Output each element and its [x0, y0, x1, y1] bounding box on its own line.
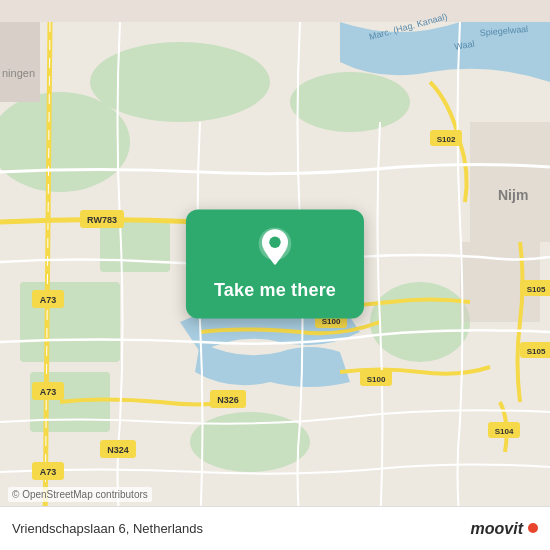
location-pin-icon: [253, 228, 297, 272]
svg-text:S100: S100: [367, 375, 386, 384]
moovit-logo: moovit: [471, 520, 538, 538]
svg-text:ningen: ningen: [2, 67, 35, 79]
svg-text:A73: A73: [40, 295, 57, 305]
svg-text:S102: S102: [437, 135, 456, 144]
svg-text:S104: S104: [495, 427, 514, 436]
moovit-logo-dot: [528, 523, 538, 533]
svg-rect-7: [100, 222, 170, 272]
take-me-there-button[interactable]: Take me there: [186, 210, 364, 319]
svg-text:S105: S105: [527, 347, 546, 356]
svg-text:RW783: RW783: [87, 215, 117, 225]
svg-text:A73: A73: [40, 387, 57, 397]
svg-text:N326: N326: [217, 395, 239, 405]
map-container: A73 A73 A73 RW783 N326 N324 S100 S100 S1…: [0, 0, 550, 550]
svg-text:N324: N324: [107, 445, 129, 455]
svg-text:S105: S105: [527, 285, 546, 294]
svg-point-6: [370, 282, 470, 362]
bottom-bar: Vriendschapslaan 6, Netherlands moovit: [0, 506, 550, 550]
svg-text:Nijm: Nijm: [498, 187, 528, 203]
address-label: Vriendschapslaan 6, Netherlands: [12, 521, 203, 536]
svg-point-3: [290, 72, 410, 132]
moovit-logo-text: moovit: [471, 520, 523, 538]
svg-rect-10: [470, 122, 550, 242]
osm-attribution: © OpenStreetMap contributors: [8, 487, 152, 502]
take-me-there-label: Take me there: [214, 280, 336, 301]
svg-text:A73: A73: [40, 467, 57, 477]
svg-point-43: [269, 237, 280, 248]
svg-rect-9: [0, 22, 40, 102]
